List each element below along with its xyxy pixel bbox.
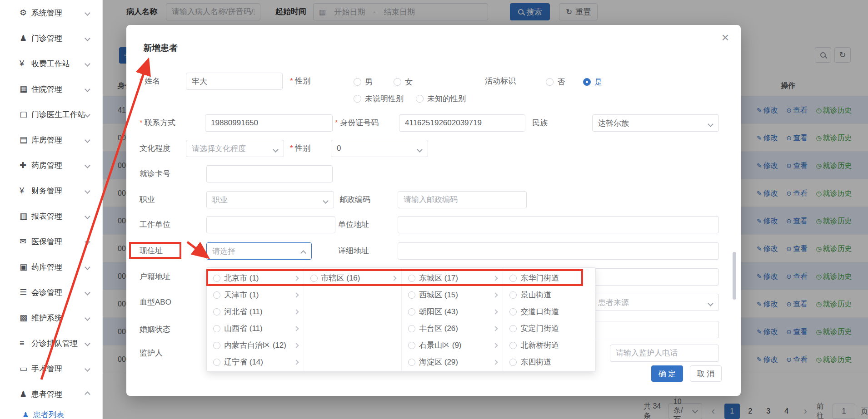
sidebar-item[interactable]: ⚙ 系统管理 xyxy=(0,0,102,25)
current-address-label: 现住址 xyxy=(140,246,163,256)
cascader-option[interactable]: 景山街道 xyxy=(503,286,595,303)
radio-icon xyxy=(394,78,401,86)
sidebar-item-label: 分诊排队管理 xyxy=(31,338,78,349)
cancel-button[interactable]: 取 消 xyxy=(690,365,722,382)
guardian-label: 监护人 xyxy=(140,349,163,358)
sidebar-item[interactable]: ▭ 手术管理 xyxy=(0,356,102,381)
cascader-option[interactable]: 海淀区 (29) xyxy=(402,354,503,370)
sidebar-item[interactable]: ▦ 住院管理 xyxy=(0,76,102,102)
gender-code-select[interactable]: 0 xyxy=(331,140,428,157)
cascader-option[interactable]: 朝阳区 (43) xyxy=(402,303,503,320)
radio-icon xyxy=(408,291,415,299)
postal-code-input[interactable] xyxy=(398,191,527,208)
active-no-radio[interactable]: 否 xyxy=(546,77,565,87)
detail-address-input[interactable] xyxy=(398,242,719,260)
gender-unstated-radio[interactable]: 未说明性别 xyxy=(354,94,404,104)
cascader-option[interactable]: 山西省 (11) xyxy=(207,320,304,337)
chevron-icon xyxy=(85,213,90,219)
active-yes-radio[interactable]: 是 xyxy=(583,77,602,87)
row10-right-input[interactable] xyxy=(588,321,719,338)
occupation-select[interactable]: 职业 xyxy=(206,191,334,208)
chevron-icon xyxy=(85,86,90,92)
unit-address-input[interactable] xyxy=(398,216,719,233)
sidebar-item[interactable]: ✉ 医保管理 xyxy=(0,229,102,254)
modal-scrollbar[interactable] xyxy=(733,252,736,300)
chevron-down-icon xyxy=(708,301,713,306)
name-input[interactable] xyxy=(186,73,283,90)
sidebar-item-label: 库房管理 xyxy=(31,135,62,145)
sidebar-item[interactable]: ▩ 维护系统 xyxy=(0,305,102,330)
card-no-label: 就诊卡号 xyxy=(140,169,170,178)
education-select[interactable]: 请选择文化程度 xyxy=(186,140,284,157)
chevron-down-icon xyxy=(323,198,329,204)
cascader-option[interactable]: 市辖区 (16) xyxy=(304,270,402,286)
cascader-option[interactable]: 河北省 (11) xyxy=(207,303,304,320)
sidebar-item[interactable]: ▣ 药库管理 xyxy=(0,254,102,280)
id-number-input[interactable] xyxy=(399,114,525,132)
cascader-option[interactable]: 东城区 (17) xyxy=(402,270,503,286)
gender-female-radio[interactable]: 女 xyxy=(394,77,413,87)
cascader-option[interactable]: 内蒙古自治区 (12) xyxy=(207,337,304,354)
confirm-button[interactable]: 确 定 xyxy=(651,365,683,382)
cascader-option[interactable]: 石景山区 (9) xyxy=(402,337,503,354)
sidebar-item[interactable]: ☰ 会诊管理 xyxy=(0,280,102,305)
guardian-phone-input[interactable] xyxy=(610,345,719,362)
detail-address-label: 详细地址 xyxy=(338,246,369,256)
radio-icon xyxy=(213,291,220,299)
cascader-province-column: 北京市 (1) 天津市 (1) 河北省 (11) xyxy=(207,268,304,371)
menu-icon: ¥ xyxy=(20,59,31,69)
cascader-option[interactable]: 天津市 (1) xyxy=(207,286,304,303)
cascader-option[interactable]: 交道口街道 xyxy=(503,303,595,320)
unit-address-label: 单位地址 xyxy=(338,220,369,229)
chevron-right-icon xyxy=(391,276,396,281)
marital-status-label: 婚姻状态 xyxy=(140,325,170,334)
sidebar-item[interactable]: ¥ 财务管理 xyxy=(0,178,102,203)
sidebar-item[interactable]: ♟ 患者管理 xyxy=(0,381,102,407)
cascader-option[interactable]: 丰台区 (26) xyxy=(402,320,503,337)
menu-icon: ▦ xyxy=(20,84,31,94)
contact-input[interactable] xyxy=(205,114,333,132)
sidebar-item[interactable]: ✚ 药房管理 xyxy=(0,153,102,178)
menu-icon: ¥ xyxy=(20,186,31,196)
ethnicity-label: 民族 xyxy=(532,118,548,128)
current-address-select[interactable]: 请选择 xyxy=(206,242,312,260)
gender-unknown-radio[interactable]: 未知的性别 xyxy=(416,94,466,104)
patient-source-select[interactable]: 患者来源 xyxy=(592,294,719,311)
sidebar-item-label: 药库管理 xyxy=(31,262,62,272)
chevron-right-icon xyxy=(493,309,498,314)
menu-icon: ☰ xyxy=(20,287,31,297)
sidebar: ⚙ 系统管理 ♟ 门诊管理 ¥ 收费工作站 ▦ xyxy=(0,0,103,419)
chevron-icon xyxy=(85,137,90,143)
sidebar-item[interactable]: ▢ 门诊医生工作站 xyxy=(0,102,102,127)
sidebar-item[interactable]: ≡ 分诊排队管理 xyxy=(0,330,102,356)
chevron-icon xyxy=(85,239,90,245)
sidebar-item-patient-list[interactable]: ♟ 患者列表 xyxy=(0,407,102,419)
cascader-option[interactable]: 安定门街道 xyxy=(503,320,595,337)
work-unit-input[interactable] xyxy=(206,216,335,233)
cascader-option[interactable]: 西城区 (15) xyxy=(402,286,503,303)
radio-icon xyxy=(213,359,220,366)
cascader-option[interactable]: 北新桥街道 xyxy=(503,337,595,354)
chevron-right-icon xyxy=(493,343,498,348)
sidebar-item-label: 医保管理 xyxy=(31,237,62,247)
chevron-icon xyxy=(85,290,90,296)
active-flag-label: 活动标识 xyxy=(485,77,516,86)
gender-male-radio[interactable]: 男 xyxy=(354,77,373,87)
cascader-option[interactable]: 东四街道 xyxy=(503,354,595,370)
menu-icon: ▣ xyxy=(20,262,31,272)
sidebar-item[interactable]: ▤ 库房管理 xyxy=(0,127,102,153)
gender-code-label: 性别 xyxy=(290,144,310,153)
close-icon[interactable]: × xyxy=(722,31,729,44)
sidebar-item[interactable]: ♟ 门诊管理 xyxy=(0,25,102,51)
chevron-icon xyxy=(85,391,90,397)
sidebar-item[interactable]: ¥ 收费工作站 xyxy=(0,51,102,76)
menu-icon: ⚙ xyxy=(20,8,31,18)
sidebar-item[interactable]: ▥ 报表管理 xyxy=(0,203,102,229)
ethnicity-select[interactable]: 达斡尔族 xyxy=(592,114,719,132)
cascader-option[interactable]: 辽宁省 (14) xyxy=(207,354,304,370)
cascader-option[interactable]: 北京市 (1) xyxy=(207,270,304,286)
chevron-icon xyxy=(85,35,90,41)
radio-icon xyxy=(509,291,517,299)
cascader-option[interactable]: 东华门街道 xyxy=(503,270,595,286)
card-no-input[interactable] xyxy=(206,165,333,182)
